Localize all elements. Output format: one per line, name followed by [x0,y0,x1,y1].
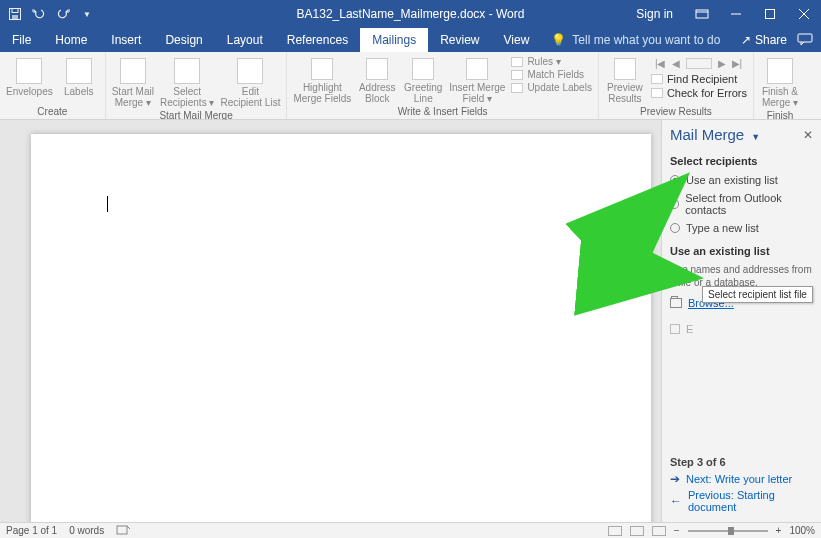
next-step-link[interactable]: ➔ Next: Write your letter [670,472,813,486]
word-count[interactable]: 0 words [69,525,104,536]
next-record-icon[interactable]: ▶ [718,58,726,69]
group-write-insert: Highlight Merge Fields Address Block Gre… [287,52,598,119]
zoom-out-button[interactable]: − [674,525,680,536]
record-number-field[interactable] [686,58,712,69]
close-button[interactable] [787,0,821,28]
ribbon: Envelopes Labels Create Start Mail Merge… [0,52,821,120]
tab-insert[interactable]: Insert [99,28,153,52]
last-record-icon[interactable]: ▶| [732,58,743,69]
undo-icon[interactable] [32,7,46,21]
status-bar: Page 1 of 1 0 words − + 100% [0,522,821,538]
zoom-slider[interactable] [688,530,768,532]
proofing-icon[interactable] [116,525,130,537]
web-layout-button[interactable] [652,526,666,536]
ribbon-tabs: File Home Insert Design Layout Reference… [0,28,821,52]
svg-rect-9 [798,34,812,42]
insert-merge-field-button[interactable]: Insert Merge Field ▾ [449,56,505,104]
group-preview: Preview Results |◀ ◀ ▶ ▶| Find Recipient… [599,52,754,119]
share-icon: ↗ [741,33,751,47]
zoom-level[interactable]: 100% [789,525,815,536]
labels-icon [66,58,92,84]
pane-dropdown-icon[interactable]: ▼ [747,132,760,142]
tell-me-search[interactable]: 💡 Tell me what you want to do [541,28,720,52]
greeting-icon [412,58,434,80]
text-cursor [107,196,108,212]
envelopes-button[interactable]: Envelopes [6,56,53,97]
group-create: Envelopes Labels Create [0,52,106,119]
tab-layout[interactable]: Layout [215,28,275,52]
folder-icon [670,298,682,308]
section-select-recipients: Select recipients [670,155,813,167]
group-start-mail-merge: Start Mail Merge ▾ Select Recipients ▾ E… [106,52,288,119]
select-recipients-button[interactable]: Select Recipients ▾ [160,56,214,108]
tab-file[interactable]: File [0,28,43,52]
pane-footer: Step 3 of 6 ➔ Next: Write your letter ← … [670,456,813,516]
ribbon-display-icon[interactable] [685,0,719,28]
tab-view[interactable]: View [492,28,542,52]
tab-design[interactable]: Design [153,28,214,52]
arrow-right-icon: ➔ [670,472,680,486]
check-icon [651,88,663,98]
document-page[interactable] [31,134,651,522]
labels-button[interactable]: Labels [59,56,99,97]
start-mail-merge-button[interactable]: Start Mail Merge ▾ [112,56,154,108]
first-record-icon[interactable]: |◀ [655,58,666,69]
document-viewport[interactable] [0,120,661,522]
print-layout-button[interactable] [630,526,644,536]
group-label-preview: Preview Results [605,104,747,117]
zoom-in-button[interactable]: + [776,525,782,536]
lightbulb-icon: 💡 [551,33,566,47]
radio-icon [670,199,679,209]
tab-home[interactable]: Home [43,28,99,52]
comments-icon[interactable] [797,33,813,48]
group-finish: Finish & Merge ▾ Finish [754,52,806,119]
svg-rect-2 [12,15,18,19]
tab-review[interactable]: Review [428,28,491,52]
read-mode-button[interactable] [608,526,622,536]
tab-references[interactable]: References [275,28,360,52]
find-recipient-button[interactable]: Find Recipient [651,73,747,85]
start-merge-icon [120,58,146,84]
edit-recipient-list-button[interactable]: Edit Recipient List [220,56,280,108]
title-right: Sign in [624,0,821,28]
share-button[interactable]: ↗ Share [741,33,787,47]
redo-icon[interactable] [56,7,70,21]
rules-icon [511,57,523,67]
update-labels-button[interactable]: Update Labels [511,82,592,93]
radio-existing-list[interactable]: Use an existing list [670,174,813,186]
address-block-button[interactable]: Address Block [357,56,397,104]
svg-rect-3 [696,10,708,18]
radio-outlook-contacts[interactable]: Select from Outlook contacts [670,192,813,216]
record-nav[interactable]: |◀ ◀ ▶ ▶| [651,56,747,71]
minimize-button[interactable] [719,0,753,28]
section-use-existing: Use an existing list [670,245,813,257]
find-icon [651,74,663,84]
finish-merge-button[interactable]: Finish & Merge ▾ [760,56,800,108]
greeting-line-button[interactable]: Greeting Line [403,56,443,104]
qat-dropdown-icon[interactable]: ▼ [80,7,94,21]
preview-icon [614,58,636,80]
prev-record-icon[interactable]: ◀ [672,58,680,69]
preview-results-button[interactable]: Preview Results [605,56,645,104]
recipients-icon [174,58,200,84]
maximize-button[interactable] [753,0,787,28]
pane-close-button[interactable]: ✕ [803,128,813,142]
rules-button[interactable]: Rules ▾ [511,56,592,67]
radio-new-list[interactable]: Type a new list [670,222,813,234]
tab-mailings[interactable]: Mailings [360,28,428,52]
svg-rect-1 [12,9,18,13]
address-icon [366,58,388,80]
prev-step-link[interactable]: ← Previous: Starting document [670,489,813,513]
highlight-fields-button[interactable]: Highlight Merge Fields [293,56,351,104]
pane-title: Mail Merge [670,126,744,143]
browse-tooltip: Select recipient list file [702,286,813,303]
check-errors-button[interactable]: Check for Errors [651,87,747,99]
svg-rect-10 [117,526,127,534]
save-icon[interactable] [8,7,22,21]
radio-icon [670,223,680,233]
page-indicator[interactable]: Page 1 of 1 [6,525,57,536]
envelope-icon [16,58,42,84]
sign-in-link[interactable]: Sign in [624,0,685,28]
match-fields-button[interactable]: Match Fields [511,69,592,80]
step-indicator: Step 3 of 6 [670,456,813,468]
